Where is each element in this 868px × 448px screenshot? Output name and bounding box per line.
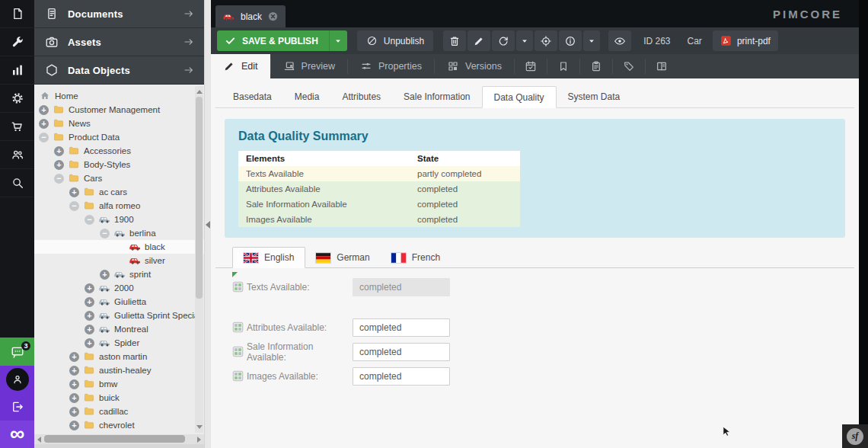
field-input-sale-information-available[interactable] (353, 343, 450, 361)
tab-versions[interactable]: Versions (435, 54, 514, 78)
language-tab-german[interactable]: German (305, 247, 380, 268)
tree-item-accessories[interactable]: +Accessories (34, 144, 204, 158)
plus-expander-icon[interactable]: + (69, 407, 79, 417)
plus-expander-icon[interactable]: + (85, 283, 94, 293)
language-tab-english[interactable]: English (232, 247, 305, 268)
tree-horizontal-scrollbar[interactable] (34, 434, 204, 444)
plus-expander-icon[interactable]: + (69, 421, 79, 430)
subtab-system-data[interactable]: System Data (557, 86, 632, 108)
tree-item-gulietta-sprint-special[interactable]: +Gulietta Sprint Special (34, 309, 204, 322)
tree-item-news[interactable]: +News (34, 117, 204, 130)
field-input-attributes-available[interactable] (353, 318, 450, 337)
tree-item-2000[interactable]: +2000 (34, 281, 204, 295)
search-rail-button[interactable] (0, 169, 34, 197)
subtab-attributes[interactable]: Attributes (330, 86, 392, 108)
scroll-right-arrow[interactable] (197, 437, 201, 443)
minus-expander-icon[interactable]: − (39, 133, 49, 142)
tree-vertical-scrollbar[interactable] (195, 86, 203, 433)
subtab-data-quality[interactable]: Data Quality (482, 86, 557, 108)
delete-button[interactable] (443, 30, 466, 51)
tab-tag[interactable] (613, 54, 645, 78)
tree-item-1900[interactable]: −1900 (34, 213, 204, 226)
scrollbar-thumb[interactable] (196, 97, 203, 299)
subtab-media[interactable]: Media (283, 86, 331, 108)
tree-item-customer-management[interactable]: +Customer Management (34, 103, 204, 117)
scrollbar-thumb[interactable] (44, 435, 185, 443)
tab-bookmark[interactable] (547, 54, 579, 78)
tree-item-ac-cars[interactable]: +ac cars (34, 185, 204, 199)
scroll-left-arrow[interactable] (37, 437, 41, 443)
tab-properties[interactable]: Properties (348, 54, 434, 78)
tree-item-cars[interactable]: −Cars (34, 171, 204, 185)
logout-button[interactable] (0, 393, 34, 421)
accordion-assets[interactable]: Assets (34, 28, 204, 56)
tree-item-sprint[interactable]: +sprint (34, 267, 204, 281)
plus-expander-icon[interactable]: + (54, 160, 64, 170)
plus-expander-icon[interactable]: + (85, 325, 94, 334)
panel-splitter[interactable] (204, 0, 211, 448)
plus-expander-icon[interactable]: + (69, 393, 79, 403)
plus-expander-icon[interactable]: + (69, 352, 79, 362)
subtab-basedata[interactable]: Basedata (222, 86, 283, 108)
users-rail-button[interactable] (0, 141, 34, 169)
file-rail-button[interactable] (0, 0, 34, 28)
field-input-images-available[interactable] (353, 367, 450, 386)
tree-item-montreal[interactable]: +Montreal (34, 322, 204, 336)
rename-button[interactable] (468, 30, 490, 51)
plus-expander-icon[interactable]: + (85, 338, 94, 348)
collapse-panel-arrow[interactable] (206, 221, 210, 229)
minus-expander-icon[interactable]: − (54, 174, 64, 184)
minus-expander-icon[interactable]: − (100, 229, 110, 238)
scroll-up-arrow[interactable] (196, 90, 203, 94)
tree-item-chevrolet[interactable]: +chevrolet (34, 418, 204, 432)
plus-expander-icon[interactable]: + (85, 297, 94, 307)
scroll-down-arrow[interactable] (196, 425, 203, 429)
tab-preview[interactable]: Preview (271, 54, 347, 78)
plus-expander-icon[interactable]: + (100, 270, 110, 280)
reload-dropdown[interactable] (516, 30, 533, 51)
tree-item-product-data[interactable]: −Product Data (34, 130, 204, 144)
tree-item-aston-martin[interactable]: +aston martin (34, 350, 204, 363)
workspace-tab-black[interactable]: black (215, 5, 286, 27)
minus-expander-icon[interactable]: − (85, 215, 94, 225)
plus-expander-icon[interactable]: + (69, 379, 79, 389)
tree-item-berlina[interactable]: −berlina (34, 226, 204, 240)
symfony-toolbar-toggle[interactable]: sf (842, 424, 868, 448)
notifications-button[interactable]: 3 (0, 338, 34, 366)
unpublish-button[interactable]: Unpublish (357, 30, 433, 51)
tab-edit[interactable]: Edit (211, 54, 270, 78)
tree-item-body-styles[interactable]: +Body-Styles (34, 158, 204, 171)
minus-expander-icon[interactable]: − (69, 201, 79, 211)
tree-item-buick[interactable]: +buick (34, 391, 204, 405)
tree-item-spider[interactable]: +Spider (34, 336, 204, 350)
tree-item-home[interactable]: Home (34, 89, 204, 103)
tree-item-austin-healey[interactable]: +austin-healey (34, 363, 204, 377)
tree-item-bmw[interactable]: +bmw (34, 377, 204, 391)
tab-columns[interactable] (646, 54, 678, 78)
plus-expander-icon[interactable]: + (69, 187, 79, 197)
wrench-rail-button[interactable] (0, 28, 34, 56)
tab-clipboard[interactable] (580, 54, 612, 78)
plus-expander-icon[interactable]: + (39, 105, 49, 115)
subtab-sale-information[interactable]: Sale Information (392, 86, 481, 108)
open-preview-button[interactable] (608, 30, 631, 51)
reload-button[interactable] (492, 30, 515, 51)
plus-expander-icon[interactable]: + (69, 366, 79, 376)
tree-item-silver[interactable]: silver (34, 254, 204, 267)
tab-calendar[interactable] (515, 54, 547, 78)
info-dropdown[interactable] (583, 30, 600, 51)
tree-item-cadillac[interactable]: +cadillac (34, 405, 204, 418)
cart-rail-button[interactable] (0, 113, 34, 141)
user-profile-button[interactable] (0, 366, 34, 393)
plus-expander-icon[interactable]: + (39, 119, 49, 129)
language-tab-french[interactable]: French (381, 247, 451, 268)
save-options-dropdown[interactable] (329, 30, 347, 51)
pimcore-logo-button[interactable]: ∞ (0, 421, 34, 448)
info-button[interactable] (559, 30, 582, 51)
print-pdf-button[interactable]: print-pdf (713, 30, 778, 51)
tree-item-giulietta[interactable]: +Giulietta (34, 295, 204, 309)
save-publish-button[interactable]: SAVE & PUBLISH (217, 30, 329, 51)
plus-expander-icon[interactable]: + (54, 146, 64, 156)
accordion-documents[interactable]: Documents (34, 0, 204, 28)
gear-rail-button[interactable] (0, 85, 34, 113)
